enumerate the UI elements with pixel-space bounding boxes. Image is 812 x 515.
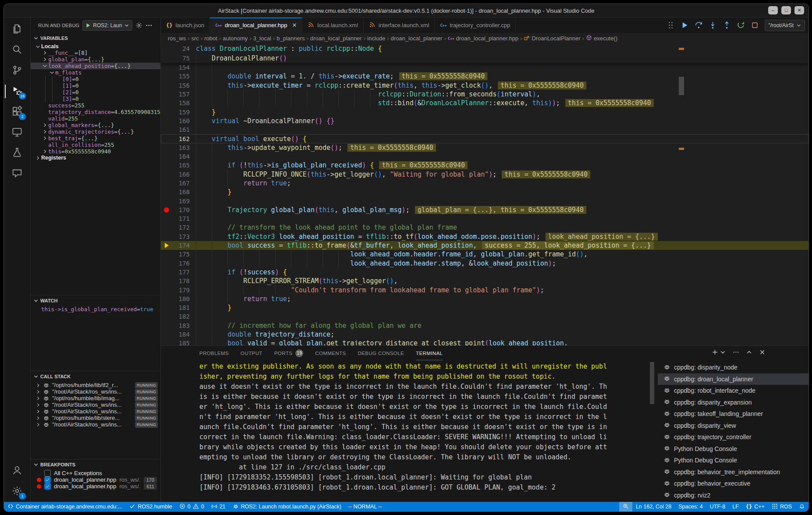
close-button[interactable]: ✕ (794, 6, 804, 14)
variable-row[interactable]: success = 255 (31, 102, 160, 109)
watch-row[interactable]: this->is_global_plan_received = true (31, 306, 160, 313)
chevron-down-icon[interactable] (720, 349, 726, 357)
status-screencast-zoom[interactable] (619, 502, 632, 511)
status-remote-indicator[interactable]: Container airlab-storage.andrew.cmu.edu:… (4, 502, 126, 511)
activity-comments[interactable] (5, 163, 29, 184)
breadcrumb-item[interactable]: DroanLocalPlanner (524, 35, 580, 42)
terminal-session-item[interactable]: cppdbg: behavior_executive (658, 478, 808, 490)
breakpoint-checkbox[interactable] (44, 483, 51, 490)
breadcrumb-item[interactable]: execute() (586, 35, 617, 42)
terminal-session-item[interactable]: cppdbg: disparity_view (658, 420, 808, 432)
terminal-output[interactable]: er the existing publisher. As soon as an… (161, 360, 658, 502)
ellipsis-icon[interactable] (733, 349, 739, 357)
status-indentation[interactable]: Spaces: 4 (675, 502, 706, 511)
panel-tab-DEBUG CONSOLE[interactable]: DEBUG CONSOLE (358, 346, 404, 360)
breadcrumb-item[interactable]: robot (204, 35, 217, 42)
variable-row[interactable]: global_markers = {...} (31, 122, 160, 128)
breakpoint-row[interactable]: droan_local_planner.hpp ros_ws/... 170 (31, 476, 160, 483)
watch-section-header[interactable]: WATCH (31, 295, 160, 306)
activity-search[interactable] (5, 40, 29, 60)
breakpoint-checkbox[interactable] (44, 476, 51, 483)
variable-row[interactable]: this = 0x5555558c0940 (31, 148, 160, 155)
call-stack-section-header[interactable]: CALL STACK (31, 371, 160, 382)
call-stack-row[interactable]: "/opt/ros/humble/lib/tf2_r... RUNNING (31, 382, 160, 388)
call-stack-row[interactable]: "/root/AirStack/ros_ws/ins... RUNNING (31, 401, 160, 408)
activity-testing[interactable] (5, 143, 29, 163)
terminal-session-item[interactable]: cppdbg: rviz2 (658, 490, 808, 501)
breakpoint-row[interactable]: droan_local_planner.hpp ros_ws/... 611 (31, 483, 160, 490)
status-vim-mode[interactable]: -- NORMAL -- (345, 502, 386, 511)
code-editor[interactable]: 154155double interval = 1. / this->execu… (161, 63, 808, 345)
terminal-session-item[interactable]: Python Debug Console (658, 455, 808, 466)
terminal-session-item[interactable]: cppdbg: robot_interface_node (658, 385, 808, 397)
debug-launch-picker[interactable]: ROS2: Laun (82, 20, 132, 31)
minimize-button[interactable]: – (768, 6, 778, 14)
activity-remote-explorer[interactable] (5, 122, 29, 143)
breadcrumb-item[interactable]: include (367, 35, 385, 42)
status-ros-extension[interactable]: ROS (768, 502, 795, 511)
breadcrumb-item[interactable]: b_planners (277, 35, 305, 42)
step-over-icon[interactable] (695, 21, 703, 29)
terminal-session-item[interactable]: cppdbg: takeoff_landing_planner (658, 408, 808, 420)
call-stack-row[interactable]: "/opt/ros/humble/lib/stere... RUNNING (31, 415, 160, 421)
status-language-mode[interactable]: {}C++ (742, 502, 768, 511)
panel-tab-OUTPUT[interactable]: OUTPUT (241, 346, 262, 360)
terminal-session-item[interactable]: cppdbg: behavior_tree_implementation (658, 466, 808, 478)
call-stack-row[interactable]: "/opt/ros/humble/lib/imag... RUNNING (31, 395, 160, 401)
tab-local.launch.xml[interactable]: local.launch.xml (302, 18, 364, 33)
debug-current-line-icon[interactable] (161, 243, 172, 248)
variable-row[interactable]: trajectory_distance = 4.63557090831592… (31, 109, 160, 115)
variable-row[interactable]: valid = 255 (31, 115, 160, 122)
plus-icon[interactable] (712, 349, 718, 357)
activity-extensions[interactable]: 2 (5, 102, 29, 122)
variable-row[interactable]: __func__ = [8] (31, 50, 160, 56)
call-stack-row[interactable]: "/root/AirStack/ros_ws/ins... RUNNING (31, 421, 160, 428)
activity-accounts[interactable] (5, 461, 29, 481)
breakpoint-checkbox[interactable] (44, 470, 51, 476)
close-icon[interactable] (759, 349, 766, 357)
variable-row[interactable]: Locals (31, 43, 160, 50)
terminal-scrollbar-thumb[interactable] (650, 362, 654, 404)
breadcrumb-item[interactable]: ros_ws (168, 35, 186, 42)
continue-icon[interactable] (681, 21, 689, 29)
variable-row[interactable]: best_traj = {...} (31, 135, 160, 142)
panel-tab-PROBLEMS[interactable]: PROBLEMS (199, 346, 229, 360)
variable-row[interactable]: [1] = 0 (31, 82, 160, 89)
variable-row[interactable]: Registers (31, 155, 160, 161)
variable-row[interactable]: [3] = 0 (31, 96, 160, 102)
grip-icon[interactable] (667, 21, 675, 29)
tab-launch.json[interactable]: {} launch.json (161, 18, 210, 33)
status-eol[interactable]: LF (729, 502, 742, 511)
breadcrumb-item[interactable]: droan_local_planner (310, 35, 362, 42)
status-problems-summary[interactable]: 00 (176, 502, 208, 511)
tab-trajectory_controller.cpp[interactable]: C++ trajectory_controller.cpp (435, 18, 516, 33)
panel-tab-PORTS[interactable]: PORTS 19 (274, 346, 303, 360)
activity-explorer[interactable] (5, 19, 29, 40)
activity-settings[interactable]: 1 (5, 481, 29, 502)
editor-scrollbar-thumb[interactable] (679, 77, 684, 95)
variable-row[interactable]: look_ahead_position = {...} (31, 63, 160, 69)
terminal-session-item[interactable]: Python Debug Console (658, 443, 808, 455)
call-stack-row[interactable]: "/root/AirStack/ros_ws/ins... RUNNING (31, 388, 160, 395)
variable-row[interactable]: m_floats (31, 69, 160, 76)
variable-row[interactable]: all_in_collision = 255 (31, 142, 160, 148)
panel-tab-TERMINAL[interactable]: TERMINAL (416, 346, 443, 360)
status-cursor-position[interactable]: Ln 162, Col 28 (632, 502, 675, 511)
more-actions-icon[interactable] (145, 22, 152, 29)
debug-console-picker[interactable]: "/root/AirSt (765, 20, 805, 31)
breadcrumb-item[interactable]: C++droan_local_planner.hpp (448, 35, 518, 42)
call-stack-row[interactable]: "/root/AirStack/ros_ws/ins... RUNNING (31, 408, 160, 415)
terminal-session-item[interactable]: cppdbg: trajectory_controller (658, 431, 808, 443)
activity-source-control[interactable] (5, 60, 29, 81)
terminal-session-item[interactable]: cppdbg: disparity_node (658, 362, 808, 373)
breadcrumb-item[interactable]: 3_local (253, 35, 271, 42)
variables-section-header[interactable]: VARIABLES (31, 33, 160, 43)
variable-row[interactable]: dynamic_trajectories = {...} (31, 128, 160, 135)
gear-icon[interactable] (135, 22, 142, 29)
tab-interface.launch.xml[interactable]: interface.launch.xml (364, 18, 435, 33)
restart-icon[interactable] (737, 21, 745, 29)
breadcrumb-item[interactable]: src (191, 35, 199, 42)
status-debug-session[interactable]: ROS2: Launch robot.launch.py (AirStack) (229, 502, 345, 511)
step-out-icon[interactable] (723, 21, 731, 29)
variable-row[interactable]: [0] = 0 (31, 76, 160, 82)
